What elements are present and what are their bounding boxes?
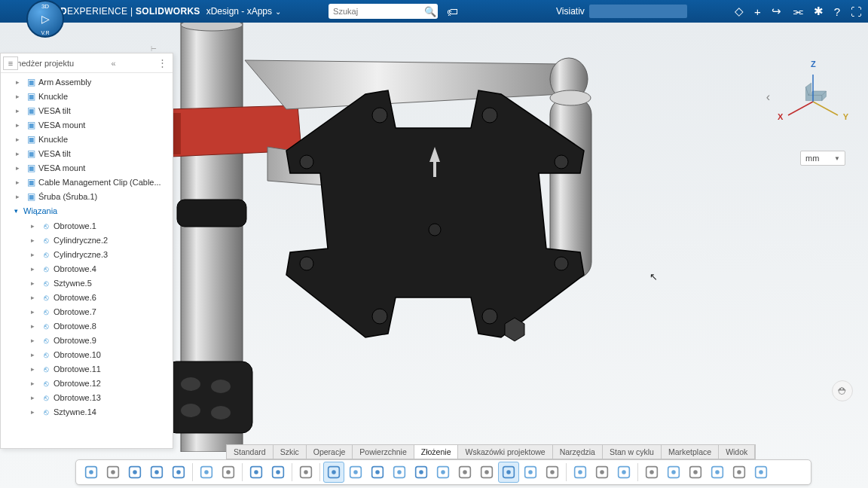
tree-mate-item[interactable]: ▸⎋Obrotowe.7 xyxy=(31,304,173,319)
notification-icon[interactable]: ◇ xyxy=(735,5,744,18)
tree-mate-item[interactable]: ▸⎋Cylindryczne.3 xyxy=(31,247,173,261)
svg-point-82 xyxy=(737,470,741,474)
svg-point-84 xyxy=(759,470,763,474)
svg-rect-7 xyxy=(166,361,252,433)
tab-narzędzia[interactable]: Narzędzia xyxy=(553,445,603,459)
scene-icon[interactable] xyxy=(729,462,750,483)
new-part-icon[interactable] xyxy=(81,462,102,483)
orientation-gizmo[interactable]: X Y Z xyxy=(779,64,847,132)
tab-wskazówki-projektowe[interactable]: Wskazówki projektowe xyxy=(458,445,552,459)
tree-part-item[interactable]: ▸▣Cable Management Clip (Cable... xyxy=(1,175,173,189)
tab-powierzchnie[interactable]: Powierzchnie xyxy=(353,445,414,459)
insert-comp-icon[interactable] xyxy=(345,462,366,483)
unit-selector[interactable]: mm xyxy=(800,151,845,166)
svg-point-50 xyxy=(375,470,380,474)
properties-icon[interactable] xyxy=(196,462,217,483)
replace-icon[interactable] xyxy=(520,462,541,483)
tree-mate-item[interactable]: ▸⎋Sztywne.5 xyxy=(31,276,173,290)
tab-marketplace[interactable]: Marketplace xyxy=(662,445,719,459)
tree-toggle[interactable]: ≡ xyxy=(3,56,18,70)
config-icon[interactable] xyxy=(542,462,563,483)
svg-rect-6 xyxy=(177,200,246,227)
tree-collapse-icon[interactable]: « xyxy=(111,59,115,68)
undo-icon[interactable] xyxy=(246,462,267,483)
tree-part-item[interactable]: ▸▣VESA tilt xyxy=(1,146,173,160)
measure-icon[interactable] xyxy=(570,462,591,483)
search-icon[interactable]: 🔍 xyxy=(424,6,436,17)
save-as-icon[interactable] xyxy=(146,462,167,483)
tree-part-item[interactable]: ▸▣Śruba (Śruba.1) xyxy=(1,189,173,203)
display-icon[interactable] xyxy=(663,462,684,483)
svg-point-48 xyxy=(353,470,358,474)
settings-icon[interactable] xyxy=(218,462,239,483)
tree-mate-item[interactable]: ▸⎋Obrotowe.10 xyxy=(31,347,173,361)
tab-stan-w-cyklu[interactable]: Stan w cyklu xyxy=(603,445,662,459)
search-input[interactable] xyxy=(329,4,438,19)
tree-part-item[interactable]: ▸▣VESA mount xyxy=(1,117,173,132)
tree-mate-item[interactable]: ▸⎋Obrotowe.4 xyxy=(31,261,173,276)
add-icon[interactable]: + xyxy=(754,5,761,18)
tree-mate-item[interactable]: ▸⎋Obrotowe.8 xyxy=(31,319,173,333)
svg-point-60 xyxy=(484,470,489,474)
appearance-icon[interactable] xyxy=(613,462,634,483)
save-icon[interactable] xyxy=(124,462,145,483)
user-name[interactable]: Visiativ xyxy=(556,6,585,17)
copy-icon[interactable] xyxy=(454,462,475,483)
view-prev-icon[interactable]: ‹ xyxy=(766,90,770,104)
tab-złożenie[interactable]: Złożenie xyxy=(414,445,459,459)
link-icon[interactable] xyxy=(498,462,519,483)
tree-body[interactable]: ▸▣Arm Assembly▸▣Knuckle▸▣VESA tilt▸▣VESA… xyxy=(1,73,173,448)
app-name[interactable]: xDesign - xApps xyxy=(206,6,272,17)
svg-point-76 xyxy=(671,470,676,474)
tree-mate-item[interactable]: ▸⎋Obrotowe.1 xyxy=(31,218,173,233)
tab-widok[interactable]: Widok xyxy=(719,445,755,459)
apps-icon[interactable]: ✱ xyxy=(814,5,824,18)
tree-mate-item[interactable]: ▸⎋Obrotowe.6 xyxy=(31,290,173,304)
network-icon[interactable]: ⫘ xyxy=(792,5,803,18)
camera-icon[interactable] xyxy=(707,462,728,483)
redo-icon[interactable] xyxy=(267,462,289,483)
help-icon[interactable]: ? xyxy=(834,5,840,18)
tree-mate-item[interactable]: ▸⎋Obrotowe.11 xyxy=(31,361,173,376)
design-tree-panel: Menedżer projektu « ⋮ ▸▣Arm Assembly▸▣Kn… xyxy=(0,53,173,449)
tag-icon[interactable]: 🏷 xyxy=(447,5,458,18)
vr-mode-icon[interactable]: ⛑ xyxy=(832,380,853,401)
user-badge[interactable] xyxy=(589,5,687,18)
explode-icon[interactable] xyxy=(432,462,454,483)
render-icon[interactable] xyxy=(685,462,706,483)
svg-point-38 xyxy=(226,470,231,474)
tree-part-item[interactable]: ▸▣Knuckle xyxy=(1,89,173,103)
tree-mate-item[interactable]: ▸⎋Cylindryczne.2 xyxy=(31,233,173,247)
tree-menu-icon[interactable]: ⋮ xyxy=(157,57,168,69)
tab-operacje[interactable]: Operacje xyxy=(307,445,353,459)
tree-mate-item[interactable]: ▸⎋Obrotowe.9 xyxy=(31,333,173,347)
svg-point-30 xyxy=(133,470,137,474)
move-icon[interactable] xyxy=(411,462,432,483)
tab-standard[interactable]: Standard xyxy=(227,445,274,459)
svg-point-34 xyxy=(176,470,181,474)
pattern-icon[interactable] xyxy=(389,462,410,483)
tab-szkic[interactable]: Szkic xyxy=(274,445,307,459)
tree-part-item[interactable]: ▸▣Knuckle xyxy=(1,132,173,146)
fullscreen-icon[interactable]: ⛶ xyxy=(851,5,862,18)
view-cube-icon[interactable] xyxy=(641,462,662,483)
chevron-down-icon[interactable]: ⌄ xyxy=(275,8,281,16)
tree-part-item[interactable]: ▸▣VESA mount xyxy=(1,160,173,175)
open-icon[interactable] xyxy=(102,462,124,483)
tree-part-item[interactable]: ▸▣Arm Assembly xyxy=(1,75,173,89)
compass[interactable]: 3D V.R xyxy=(26,0,64,38)
sketch-icon[interactable] xyxy=(323,462,344,483)
capture-icon[interactable] xyxy=(750,462,772,483)
share-icon[interactable]: ↪ xyxy=(772,5,781,18)
tree-part-item[interactable]: ▸▣VESA tilt xyxy=(1,103,173,117)
section-icon[interactable] xyxy=(591,462,613,483)
refresh-icon[interactable] xyxy=(168,462,189,483)
mate-icon[interactable] xyxy=(367,462,388,483)
tree-mates-section[interactable]: ▾Wiązania xyxy=(1,203,173,218)
tree-mate-item[interactable]: ▸⎋Obrotowe.12 xyxy=(31,376,173,390)
svg-point-78 xyxy=(693,470,698,474)
tree-mate-item[interactable]: ▸⎋Obrotowe.13 xyxy=(31,390,173,404)
attach-icon[interactable] xyxy=(476,462,497,483)
tree-mate-item[interactable]: ▸⎋Sztywne.14 xyxy=(31,404,173,419)
help-icon[interactable] xyxy=(295,462,316,483)
